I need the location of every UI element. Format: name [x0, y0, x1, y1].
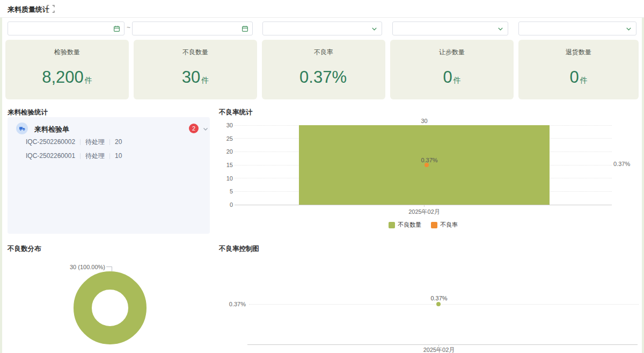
- date-start-input[interactable]: [8, 21, 125, 35]
- kpi-unit: 件: [453, 76, 461, 84]
- kpi-label: 不良数量: [134, 48, 257, 57]
- date-end-field[interactable]: [137, 22, 239, 35]
- legend-swatch: [431, 222, 437, 228]
- legend-item-defect-rate[interactable]: 不良率: [431, 221, 458, 229]
- x-axis-label: 2025年02月: [299, 208, 550, 216]
- inspection-list-card: [8, 117, 210, 234]
- defect-rate-point: [425, 163, 429, 167]
- iqc-qty: 10: [115, 152, 122, 160]
- kpi-value: 0: [443, 68, 452, 87]
- date-start-field[interactable]: [12, 22, 111, 35]
- control-point-label: 0.37%: [423, 295, 455, 301]
- kpi-label: 不良率: [262, 48, 385, 57]
- pie-label-leader-line: [106, 266, 112, 271]
- kpi-label: 让步数量: [390, 48, 514, 57]
- panel-title-inspection-stats: 来料检验统计: [8, 108, 48, 117]
- filter-select-3-field[interactable]: [523, 22, 623, 35]
- y-axis-tick: 30: [213, 122, 233, 128]
- iqc-code: IQC-2502260002: [26, 138, 75, 146]
- inspection-group-label[interactable]: 来料检验单: [34, 125, 69, 134]
- kpi-card-concession-qty: 让步数量 0件: [390, 40, 514, 99]
- kpi-value: 8,200: [42, 68, 84, 87]
- kpi-card-defect-rate: 不良率 0.37%: [262, 40, 385, 99]
- y-axis-tick: 20: [213, 148, 233, 155]
- kpi-label: 退货数量: [518, 48, 639, 57]
- kpi-card-return-qty: 退货数量 0件: [518, 40, 639, 99]
- truck-icon: [16, 123, 28, 134]
- iqc-code: IQC-2502260001: [26, 152, 75, 160]
- filter-select-3[interactable]: [518, 21, 636, 35]
- fullscreen-button[interactable]: [47, 5, 55, 13]
- divider: [80, 153, 80, 159]
- chevron-down-icon: [371, 25, 378, 32]
- kpi-unit: 件: [85, 76, 92, 84]
- divider: [109, 139, 110, 145]
- kpi-value: 0: [569, 68, 579, 87]
- legend-label: 不良率: [440, 221, 458, 229]
- x-axis-line: [235, 205, 612, 205]
- filter-select-2[interactable]: [392, 21, 508, 35]
- panel-title-defect-rate-chart: 不良率统计: [219, 108, 253, 117]
- control-x-axis-label: 2025年02月: [407, 346, 471, 353]
- page-header: 来料质量统计: [0, 0, 644, 18]
- header-divider: [42, 5, 42, 13]
- iqc-qty: 20: [115, 138, 122, 146]
- control-y-axis-tick: 0.37%: [224, 301, 246, 307]
- iqc-status: 待处理: [85, 138, 105, 147]
- count-badge: 2: [189, 124, 199, 133]
- kpi-unit: 件: [580, 76, 588, 84]
- divider: [109, 153, 110, 159]
- kpi-value: 0.37%: [299, 68, 347, 87]
- y-axis-tick: 15: [213, 162, 233, 168]
- date-end-input[interactable]: [132, 21, 253, 35]
- y-axis-tick: 0: [213, 201, 233, 208]
- kpi-label: 检验数量: [5, 48, 129, 57]
- calendar-icon: [241, 25, 248, 32]
- legend-swatch: [389, 222, 395, 228]
- donut-chart: [74, 271, 147, 344]
- page-title: 来料质量统计: [8, 5, 49, 15]
- kpi-card-inspection-qty: 检验数量 8,200件: [5, 40, 129, 99]
- chart-legend: 不良数量 不良率: [235, 221, 612, 229]
- kpi-card-defect-qty: 不良数量 30件: [134, 40, 257, 99]
- filter-select-2-field[interactable]: [397, 22, 495, 35]
- point-value-label: 0.37%: [413, 157, 445, 163]
- panel-title-control-chart: 不良率控制图: [219, 244, 259, 254]
- legend-item-defect-qty[interactable]: 不良数量: [389, 221, 421, 229]
- iqc-list-item[interactable]: IQC-2502260001待处理10: [26, 152, 122, 160]
- control-point: [436, 302, 441, 306]
- panel-title-defect-distribution: 不良数分布: [8, 244, 41, 254]
- control-gridline: [249, 304, 639, 305]
- iqc-status: 待处理: [85, 152, 105, 161]
- collapse-chevron-icon[interactable]: [202, 126, 209, 132]
- bar-value-label: 30: [299, 118, 550, 124]
- filter-select-1[interactable]: [262, 21, 382, 35]
- y-axis-tick: 5: [213, 188, 233, 194]
- chevron-down-icon: [497, 25, 504, 32]
- divider: [80, 139, 80, 145]
- chevron-down-icon: [625, 25, 632, 32]
- iqc-list-item[interactable]: IQC-2502260002待处理20: [26, 138, 122, 146]
- y-axis-tick: 10: [213, 175, 233, 182]
- kpi-value: 30: [182, 68, 200, 87]
- kpi-unit: 件: [201, 76, 209, 84]
- filter-select-1-field[interactable]: [267, 22, 369, 35]
- pie-slice-label: 30 (100.00%): [65, 264, 105, 270]
- legend-label: 不良数量: [398, 221, 421, 229]
- right-axis-tick: 0.37%: [613, 161, 630, 167]
- fullscreen-icon: [47, 5, 55, 13]
- y-axis-tick: 25: [213, 135, 233, 142]
- date-range-separator: ~: [125, 24, 132, 31]
- control-x-axis-line: [247, 344, 638, 345]
- incoming-quality-dashboard: 来料质量统计 ~: [0, 0, 644, 353]
- calendar-icon: [113, 25, 120, 32]
- x-axis-tick-mark: [424, 205, 425, 207]
